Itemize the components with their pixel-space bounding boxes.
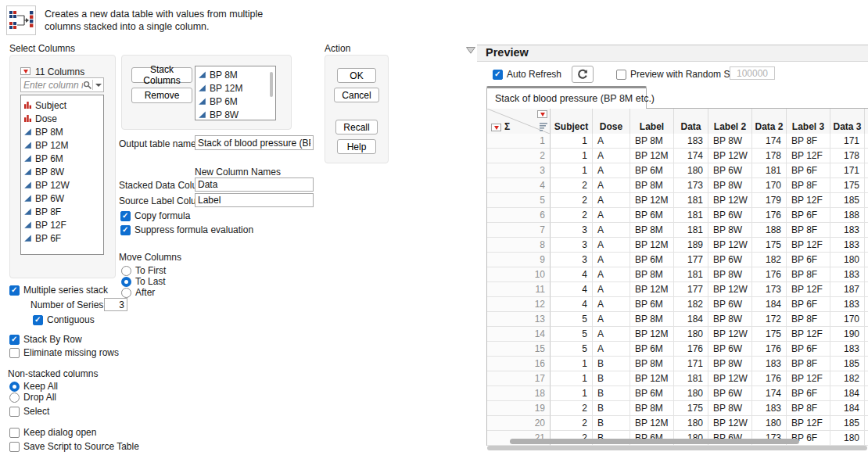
table-cell[interactable]: 181	[674, 223, 708, 238]
table-cell[interactable]: 184	[674, 312, 708, 327]
horizontal-scrollbar-thumb[interactable]	[510, 439, 799, 444]
row-number[interactable]: 15	[487, 342, 551, 357]
table-cell[interactable]: BP 8M	[630, 357, 674, 371]
table-cell[interactable]: BP 12M	[630, 371, 674, 386]
table-cell[interactable]: BP 8W	[708, 134, 752, 149]
table-cell[interactable]: BP 12F	[787, 149, 830, 163]
table-cell[interactable]: 174	[752, 386, 787, 401]
row-number[interactable]: 10	[487, 267, 551, 282]
contiguous-checkbox[interactable]	[33, 315, 43, 325]
table-cell[interactable]: A	[593, 312, 630, 327]
table-cell[interactable]: BP 8W	[708, 357, 752, 371]
table-cell[interactable]: A	[593, 327, 630, 342]
table-cell[interactable]: A	[593, 253, 630, 267]
table-cell[interactable]: BP 6M	[630, 208, 674, 223]
table-cell[interactable]: BP 12W	[708, 238, 752, 253]
table-cell[interactable]: 2	[551, 208, 593, 223]
table-cell[interactable]: BP 8W	[708, 267, 752, 282]
table-cell[interactable]: 188	[830, 208, 865, 223]
table-cell[interactable]: BP 8W	[708, 401, 752, 416]
table-cell[interactable]: A	[593, 149, 630, 163]
table-cell[interactable]: BP 8W	[708, 223, 752, 238]
table-cell[interactable]: 185	[830, 357, 865, 371]
stacked-column-item[interactable]: BP 12M	[195, 81, 275, 95]
help-button[interactable]: Help	[337, 139, 376, 154]
table-cell[interactable]: A	[593, 238, 630, 253]
row-number[interactable]: 12	[487, 297, 551, 312]
table-cell[interactable]: 183	[752, 357, 787, 371]
table-cell[interactable]: 170	[830, 312, 865, 327]
row-number[interactable]: 5	[487, 193, 551, 208]
table-cell[interactable]: BP 8F	[787, 223, 830, 238]
table-cell[interactable]: BP 12M	[630, 238, 674, 253]
random-subset-checkbox[interactable]	[616, 70, 626, 80]
table-cell[interactable]: 190	[830, 327, 865, 342]
keep-all-radio[interactable]	[9, 382, 20, 392]
table-cell[interactable]: B	[593, 401, 630, 416]
table-cell[interactable]: BP 12F	[787, 327, 830, 342]
table-cell[interactable]: 1	[551, 149, 593, 163]
table-cell[interactable]: 171	[830, 134, 865, 149]
table-cell[interactable]: 176	[752, 371, 787, 386]
select-checkbox[interactable]	[9, 407, 20, 417]
output-table-name-input[interactable]	[195, 135, 314, 150]
to-first-radio[interactable]	[121, 266, 131, 276]
table-cell[interactable]: B	[593, 386, 630, 401]
column-list-item[interactable]: Dose	[21, 112, 103, 125]
table-cell[interactable]: 180	[830, 253, 865, 267]
table-cell[interactable]: BP 8F	[787, 178, 830, 193]
table-cell[interactable]: 181	[674, 371, 708, 386]
table-cell[interactable]: 177	[674, 282, 708, 297]
table-cell[interactable]: 1	[551, 386, 593, 401]
table-cell[interactable]: A	[593, 208, 630, 223]
table-cell[interactable]: BP 6M	[630, 297, 674, 312]
column-header[interactable]: Subject	[551, 109, 593, 134]
table-cell[interactable]: BP 6W	[708, 386, 752, 401]
table-cell[interactable]: 182	[830, 371, 865, 386]
table-cell[interactable]: 5	[551, 342, 593, 357]
after-radio[interactable]	[121, 288, 131, 298]
table-cell[interactable]: 183	[830, 342, 865, 357]
table-cell[interactable]: 182	[674, 297, 708, 312]
table-cell[interactable]: A	[593, 223, 630, 238]
preview-table-tab[interactable]: Stack of blood pressure (BP 8M etc.)	[486, 86, 647, 109]
table-cell[interactable]: 176	[752, 267, 787, 282]
source-columns-list[interactable]: SubjectDoseBP 8MBP 12MBP 6MBP 8WBP 12WBP…	[20, 95, 104, 255]
table-cell[interactable]: 175	[674, 401, 708, 416]
column-list-item[interactable]: BP 12F	[21, 218, 103, 231]
table-cell[interactable]: B	[593, 416, 630, 431]
column-list-icon[interactable]	[540, 123, 548, 132]
ok-button[interactable]: OK	[337, 68, 376, 83]
table-cell[interactable]: 176	[674, 342, 708, 357]
table-cell[interactable]: BP 12W	[708, 193, 752, 208]
column-list-item[interactable]: BP 12M	[21, 138, 103, 152]
table-cell[interactable]: 174	[674, 149, 708, 163]
table-cell[interactable]: B	[593, 357, 630, 371]
row-number[interactable]: 1	[487, 134, 551, 149]
table-cell[interactable]: 5	[551, 312, 593, 327]
row-number[interactable]: 2	[487, 149, 551, 163]
table-cell[interactable]: 181	[674, 208, 708, 223]
table-cell[interactable]: BP 8F	[787, 134, 830, 149]
table-cell[interactable]: B	[593, 371, 630, 386]
row-number[interactable]: 8	[487, 238, 551, 253]
rows-menu-icon-table[interactable]	[491, 124, 501, 131]
table-cell[interactable]: BP 12F	[787, 416, 830, 431]
table-cell[interactable]: 180	[674, 327, 708, 342]
table-cell[interactable]: BP 6M	[630, 163, 674, 178]
table-cell[interactable]: BP 8M	[630, 178, 674, 193]
table-cell[interactable]: BP 6F	[787, 386, 830, 401]
table-cell[interactable]: 5	[551, 327, 593, 342]
table-cell[interactable]: BP 12M	[630, 149, 674, 163]
save-script-checkbox[interactable]	[9, 442, 20, 452]
table-cell[interactable]: BP 6M	[630, 342, 674, 357]
table-cell[interactable]: 175	[752, 327, 787, 342]
table-cell[interactable]: 4	[551, 267, 593, 282]
table-cell[interactable]: 180	[674, 416, 708, 431]
table-cell[interactable]: 4	[551, 282, 593, 297]
source-label-column-input[interactable]	[195, 193, 314, 207]
stacked-list-scrollbar[interactable]	[270, 72, 273, 97]
table-cell[interactable]: 189	[674, 238, 708, 253]
table-cell[interactable]: BP 12M	[630, 193, 674, 208]
table-cell[interactable]: BP 6W	[708, 297, 752, 312]
